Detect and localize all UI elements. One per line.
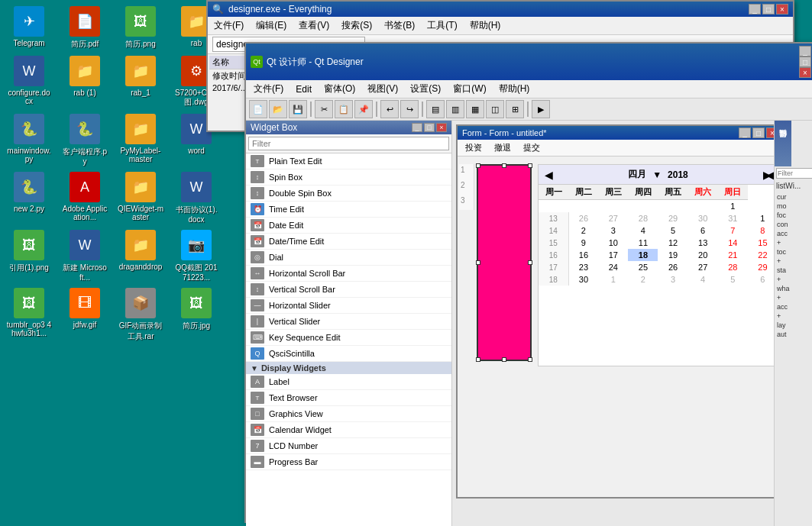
everything-menu-tools[interactable]: 工具(T) bbox=[424, 18, 460, 33]
cal-prev-29[interactable]: 29 bbox=[658, 212, 687, 224]
everything-menu-help[interactable]: 帮助(H) bbox=[467, 18, 504, 33]
desktop-icon-rab-1[interactable]: 📁 rab_1 bbox=[118, 56, 163, 108]
cal-prev-30[interactable]: 30 bbox=[688, 212, 718, 224]
widget-item-vscroll[interactable]: ↕ Vertical Scroll Bar bbox=[246, 282, 451, 298]
cal-day-28[interactable]: 28 bbox=[718, 261, 748, 273]
cal-prev-26[interactable]: 26 bbox=[568, 212, 598, 224]
cal-day-empty-1[interactable] bbox=[539, 200, 568, 213]
everything-minimize-button[interactable]: _ bbox=[749, 4, 761, 15]
cal-day-2[interactable]: 2 bbox=[568, 224, 598, 237]
pink-selected-widget[interactable] bbox=[477, 164, 532, 361]
cal-day-empty-4[interactable] bbox=[628, 200, 658, 213]
desktop-icon-jianli-png[interactable]: 🖼 简历.png bbox=[118, 6, 163, 50]
toolbar-preview-button[interactable]: ▶ bbox=[532, 100, 550, 118]
cal-day-22[interactable]: 22 bbox=[748, 249, 774, 261]
cal-day-empty-2[interactable] bbox=[568, 200, 598, 213]
toolbar-save-button[interactable]: 💾 bbox=[289, 100, 307, 118]
widget-item-graphics-view[interactable]: □ Graphics View bbox=[246, 406, 451, 422]
widget-item-hscroll[interactable]: ↔ Horizontal Scroll Bar bbox=[246, 266, 451, 282]
cal-prev-28[interactable]: 28 bbox=[628, 212, 658, 224]
toolbar-redo-button[interactable]: ↪ bbox=[400, 100, 419, 118]
handle-tm[interactable] bbox=[502, 163, 506, 168]
cal-day-16a[interactable]: 16 bbox=[568, 249, 598, 261]
widget-item-progress-bar[interactable]: ▬ Progress Bar bbox=[246, 454, 451, 470]
cal-day-20[interactable]: 20 bbox=[688, 249, 718, 261]
qt-minimize-button[interactable]: _ bbox=[799, 46, 811, 56]
display-widgets-section[interactable]: ▼ Display Widgets bbox=[246, 362, 451, 374]
cal-next-2[interactable]: 2 bbox=[628, 273, 658, 286]
toolbar-copy-button[interactable]: 📋 bbox=[335, 100, 353, 118]
cal-day-1[interactable]: 1 bbox=[718, 200, 748, 213]
cal-day-27[interactable]: 27 bbox=[688, 261, 718, 273]
everything-menu-search[interactable]: 搜索(S) bbox=[338, 18, 375, 33]
toolbar-new-button[interactable]: 📄 bbox=[249, 100, 267, 118]
prop-expand-2[interactable]: + bbox=[776, 257, 812, 266]
desktop-icon-xinjian[interactable]: W 新建 Microsoft... bbox=[62, 230, 108, 282]
handle-mr[interactable] bbox=[528, 260, 532, 265]
calendar-widget[interactable]: ◀ ◀ 四月 ▼ 2018 ▶ bbox=[538, 164, 774, 366]
cal-day-12[interactable]: 12 bbox=[658, 237, 687, 249]
cal-day-25[interactable]: 25 bbox=[628, 261, 658, 273]
everything-maximize-button[interactable]: □ bbox=[762, 4, 775, 15]
cal-day-7[interactable]: 7 bbox=[718, 224, 748, 237]
qt-menu-edit[interactable]: Edit bbox=[290, 82, 318, 96]
widget-item-time-edit[interactable]: ⏰ Time Edit bbox=[246, 202, 451, 218]
qt-menu-file[interactable]: 文件(F) bbox=[247, 81, 290, 97]
cal-prev-27[interactable]: 27 bbox=[598, 212, 628, 224]
everything-menu-view[interactable]: 查看(V) bbox=[296, 18, 332, 33]
prop-expand-3[interactable]: + bbox=[776, 275, 812, 284]
cal-day-24[interactable]: 24 bbox=[598, 261, 628, 273]
desktop-icon-new2py[interactable]: 🐍 new 2.py bbox=[6, 172, 52, 224]
everything-close-button[interactable]: × bbox=[776, 4, 788, 15]
qt-menu-help[interactable]: 帮助(H) bbox=[493, 81, 536, 97]
desktop-icon-configure[interactable]: W configure.docx bbox=[6, 56, 52, 108]
desktop-icon-tumblr[interactable]: 🖼 tumblr_op3 4hwfu3h1... bbox=[6, 288, 52, 342]
cal-day-1b[interactable]: 1 bbox=[748, 212, 774, 224]
cal-prev-31[interactable]: 31 bbox=[718, 212, 748, 224]
form-toolbar-btn-2[interactable]: 撤退 bbox=[491, 141, 514, 154]
handle-bl[interactable] bbox=[476, 357, 480, 362]
cal-day-4[interactable]: 4 bbox=[628, 224, 658, 237]
desktop-icon-kehu[interactable]: 🐍 客户端程序.py bbox=[62, 114, 108, 166]
desktop-icon-pylabel[interactable]: 📁 PyMyLabel-master bbox=[118, 114, 163, 166]
widget-item-datetime-edit[interactable]: 📅 Date/Time Edit bbox=[246, 234, 451, 250]
toolbar-layout1-button[interactable]: ▤ bbox=[426, 100, 445, 118]
toolbar-undo-button[interactable]: ↩ bbox=[380, 100, 399, 118]
cal-day-empty-5[interactable] bbox=[658, 200, 687, 213]
desktop-icon-adobe[interactable]: A Adobe Application... bbox=[62, 172, 108, 224]
cal-day-13[interactable]: 13 bbox=[688, 237, 718, 249]
toolbar-layout4-button[interactable]: ◫ bbox=[486, 100, 504, 118]
widget-item-qsci[interactable]: Q QsciScintilla bbox=[246, 346, 451, 362]
cal-day-15[interactable]: 15 bbox=[748, 237, 774, 249]
toolbar-layout5-button[interactable]: ⊞ bbox=[506, 100, 524, 118]
handle-bm[interactable] bbox=[502, 357, 506, 362]
qt-close-button[interactable]: × bbox=[799, 67, 811, 78]
widget-item-lcd[interactable]: 7 LCD Number bbox=[246, 438, 451, 454]
desktop-icon-mainwindow[interactable]: 🐍 mainwindow.py bbox=[6, 114, 52, 166]
cal-day-14[interactable]: 14 bbox=[718, 237, 748, 249]
desktop-icon-rab1[interactable]: 📁 rab (1) bbox=[62, 56, 108, 108]
cal-day-10[interactable]: 10 bbox=[598, 237, 628, 249]
calendar-nav-right[interactable]: ◀ bbox=[762, 165, 774, 184]
cal-day-23[interactable]: 23 bbox=[568, 261, 598, 273]
widget-box-close-button[interactable]: × bbox=[436, 123, 447, 132]
cal-day-3[interactable]: 3 bbox=[598, 224, 628, 237]
cal-day-11[interactable]: 11 bbox=[628, 237, 658, 249]
qt-menu-settings[interactable]: 设置(S) bbox=[404, 81, 447, 97]
form-minimize-button[interactable]: _ bbox=[739, 127, 751, 138]
widget-box-float-button[interactable]: □ bbox=[424, 123, 435, 132]
cal-next-1[interactable]: 1 bbox=[598, 273, 628, 286]
cal-day-29[interactable]: 29 bbox=[748, 261, 774, 273]
widget-filter-input[interactable] bbox=[248, 137, 449, 150]
property-filter-input[interactable] bbox=[776, 168, 812, 179]
widget-item-spin-box[interactable]: ↕ Spin Box bbox=[246, 169, 451, 186]
cal-day-empty-6[interactable] bbox=[688, 200, 718, 213]
cal-day-empty-3[interactable] bbox=[598, 200, 628, 213]
cal-day-17[interactable]: 17 bbox=[598, 249, 628, 261]
desktop-icon-yinyong[interactable]: 🖼 引用(1).png bbox=[6, 230, 52, 282]
form-close-button[interactable]: × bbox=[766, 127, 774, 138]
widget-item-plain-text[interactable]: T Plain Text Edit bbox=[246, 153, 451, 169]
desktop-icon-jdfw[interactable]: 🎞 jdfw.gif bbox=[62, 288, 108, 342]
toolbar-layout3-button[interactable]: ▦ bbox=[466, 100, 484, 118]
cal-day-30[interactable]: 30 bbox=[568, 273, 598, 286]
